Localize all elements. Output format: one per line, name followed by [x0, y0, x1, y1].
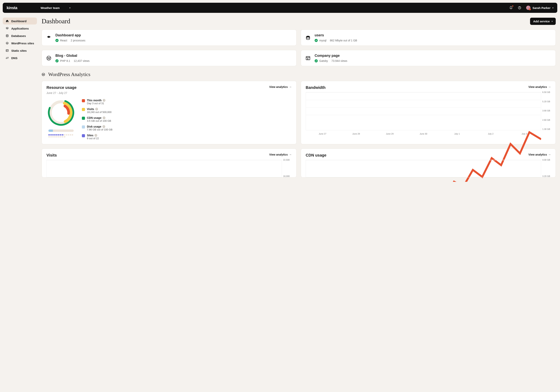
- service-card[interactable]: Company page Gatsby 73.944 views: [301, 50, 556, 66]
- legend-sub: 18,240 out of 500,000: [87, 111, 112, 114]
- axis-tick: June 28: [339, 133, 373, 135]
- legend-label: This month ?: [87, 99, 105, 102]
- service-card[interactable]: Blog - Global PHP 8.1 12,437 views: [42, 50, 297, 66]
- view-analytics-link[interactable]: View analytics →: [269, 85, 292, 89]
- card-tech: Gatsby: [319, 59, 328, 62]
- home-icon: [5, 19, 9, 23]
- database-icon: [5, 34, 9, 38]
- panel-bandwidth: Bandwidth View analytics → 6.50 GB5.20 G…: [301, 81, 556, 144]
- card-extra: 862 Mbyte out of 1 GB: [330, 39, 357, 42]
- status-ok-icon: [55, 39, 59, 42]
- legend-item: Sites ?8 out of 22: [82, 134, 113, 140]
- arrow-right-icon: →: [289, 153, 292, 156]
- status-ok-icon: [55, 59, 59, 62]
- chevron-down-icon: ▾: [552, 7, 553, 9]
- panel-title: Bandwidth: [306, 85, 326, 90]
- help-icon[interactable]: [518, 6, 521, 10]
- svg-point-5: [8, 57, 8, 58]
- view-link-label: View analytics: [269, 85, 288, 89]
- logo: kinsta: [7, 6, 17, 10]
- sidebar-item-label: WordPress sites: [11, 42, 34, 45]
- panel-visits: Visits View analytics → 22,50018,000: [42, 149, 297, 178]
- chevron-down-icon: ▾: [70, 7, 70, 9]
- axis-tick: June 27: [306, 133, 339, 135]
- legend-sub: 3.5 GB out of 100 GB: [87, 119, 111, 122]
- svg-point-2: [6, 35, 8, 35]
- axis-tick: 1.30 GB: [542, 128, 551, 130]
- topbar: kinsta Weather team ▾ Sarah Parker ▾: [3, 3, 557, 13]
- axis-tick: 18,000: [283, 175, 292, 177]
- card-tech: mysql: [319, 39, 327, 42]
- axis-tick: 3.90 GB: [542, 110, 551, 112]
- view-analytics-link[interactable]: View analytics →: [269, 153, 292, 156]
- axis-tick: 3.20 GB: [542, 175, 551, 177]
- panel-title: Visits: [47, 153, 57, 158]
- add-service-button[interactable]: Add service ▾: [530, 18, 556, 25]
- axis-tick: July 3: [508, 133, 541, 135]
- legend-item: This month ?Day 3 out of 31: [82, 99, 113, 105]
- card-extra: 2 processes: [71, 39, 85, 42]
- legend-label: CDN usage ?: [87, 116, 111, 119]
- legend-label: Disk usage ?: [87, 125, 113, 128]
- axis-tick: June 29: [373, 133, 407, 135]
- legend-item: Visits ?18,240 out of 500,000: [82, 108, 113, 114]
- chevron-down-icon: ▾: [552, 20, 553, 22]
- legend-item: CDN usage ?3.5 GB out of 100 GB: [82, 116, 113, 122]
- svg-point-6: [6, 58, 7, 59]
- service-card[interactable]: users mysql 862 Mbyte out of 1 GB: [301, 30, 556, 46]
- view-link-label: View analytics: [269, 153, 288, 156]
- static-icon: [5, 49, 9, 52]
- sidebar-item-databases[interactable]: Databases: [3, 32, 37, 39]
- service-card[interactable]: Dashboard app React 2 processes: [42, 30, 297, 46]
- axis-tick: 5.20 GB: [542, 100, 551, 103]
- section-title: WordPress Analytics: [48, 71, 90, 77]
- arrow-right-icon: →: [289, 85, 292, 89]
- user-menu[interactable]: Sarah Parker ▾: [526, 6, 553, 10]
- panel-daterange: June 27 - July 27: [47, 91, 77, 94]
- sidebar-item-label: Applications: [11, 27, 29, 30]
- bell-icon[interactable]: [509, 6, 513, 10]
- page-title: Dashboard: [42, 18, 70, 25]
- view-link-label: View analytics: [529, 85, 547, 89]
- sites-dots: [49, 134, 74, 138]
- cdn-chart: [306, 160, 541, 182]
- legend-sub: Day 3 out of 31: [87, 102, 105, 105]
- wordpress-icon: [46, 55, 51, 61]
- database-icon: [305, 35, 311, 40]
- legend-label: Sites ?: [87, 134, 99, 137]
- card-title: Dashboard app: [55, 33, 85, 37]
- legend-swatch: [82, 125, 85, 129]
- help-icon[interactable]: ?: [103, 116, 105, 119]
- sidebar-item-dns[interactable]: DNS: [3, 54, 37, 61]
- sidebar-item-wordpress[interactable]: WordPress sites: [3, 40, 37, 47]
- view-analytics-link[interactable]: View analytics →: [529, 85, 551, 89]
- axis-tick: 4.00 GB: [542, 159, 551, 161]
- sidebar-item-dashboard[interactable]: Dashboard: [3, 18, 37, 24]
- legend-sub: 7.86 GB out of 100 GB: [87, 128, 113, 131]
- card-extra: 73.944 views: [331, 59, 347, 62]
- visits-chart: [47, 160, 282, 182]
- help-icon[interactable]: ?: [95, 108, 98, 111]
- card-title: Blog - Global: [55, 54, 90, 58]
- help-icon[interactable]: ?: [103, 99, 105, 102]
- card-tech: PHP 8.1: [60, 59, 70, 62]
- status-ok-icon: [315, 39, 318, 42]
- help-icon[interactable]: ?: [102, 125, 105, 128]
- sidebar-item-label: DNS: [11, 56, 18, 60]
- layers-icon: [46, 35, 51, 40]
- disk-bar: [49, 130, 74, 132]
- legend-swatch: [82, 108, 85, 111]
- axis-tick: July 1: [440, 133, 474, 135]
- svg-point-1: [520, 8, 520, 9]
- sidebar-item-static[interactable]: Static sites: [3, 47, 37, 54]
- sidebar-item-label: Dashboard: [11, 20, 26, 23]
- legend-swatch: [82, 117, 85, 120]
- svg-point-9: [306, 37, 310, 38]
- team-selector[interactable]: Weather team ▾: [41, 6, 70, 10]
- sidebar: Dashboard Applications Databases WordPre…: [3, 18, 37, 182]
- sidebar-item-applications[interactable]: Applications: [3, 25, 37, 32]
- card-tech: React: [60, 39, 67, 42]
- help-icon[interactable]: ?: [94, 134, 97, 137]
- wordpress-icon: [5, 41, 9, 45]
- card-extra: 12,437 views: [74, 59, 90, 62]
